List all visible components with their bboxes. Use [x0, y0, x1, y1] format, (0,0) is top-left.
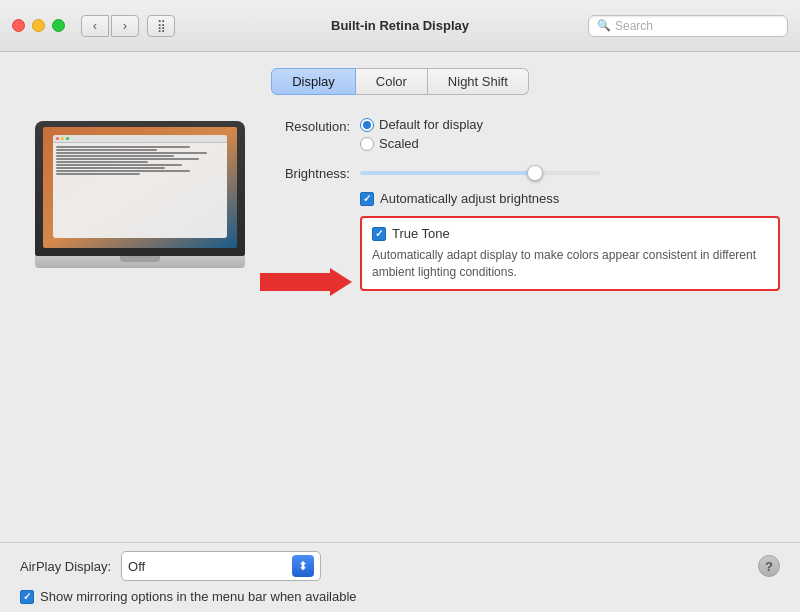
traffic-lights: [12, 19, 65, 32]
right-section: Resolution: Default for display Scaled B…: [260, 111, 780, 542]
screen-content: [53, 143, 227, 178]
screen-line: [56, 149, 157, 151]
screen-line: [56, 155, 174, 157]
laptop-base: [35, 256, 245, 268]
screen-line: [56, 170, 190, 172]
airplay-select[interactable]: Off ⬍: [121, 551, 321, 581]
screen-line: [56, 152, 207, 154]
screen-line: [56, 167, 165, 169]
brightness-slider-thumb[interactable]: [527, 165, 543, 181]
laptop-screen-bezel: [43, 127, 237, 248]
resolution-scaled-label: Scaled: [379, 136, 419, 151]
airplay-label: AirPlay Display:: [20, 559, 111, 574]
true-tone-description: Automatically adapt display to make colo…: [372, 247, 768, 281]
resolution-controls: Default for display Scaled: [360, 117, 483, 151]
brightness-row: Brightness:: [260, 165, 780, 181]
grid-button[interactable]: ⣿: [147, 15, 175, 37]
screen-dot-max: [66, 137, 69, 140]
chevron-up-down-icon: ⬍: [298, 559, 308, 573]
screen-dot-min: [61, 137, 64, 140]
screen-line: [56, 173, 140, 175]
auto-brightness-wrapper: Automatically adjust brightness: [360, 191, 780, 206]
brightness-slider-track: [360, 171, 600, 175]
laptop-image: [35, 121, 245, 276]
resolution-default-radio[interactable]: [360, 118, 374, 132]
forward-button[interactable]: ›: [111, 15, 139, 37]
airplay-select-arrow: ⬍: [292, 555, 314, 577]
screen-window-bar: [53, 135, 227, 143]
auto-brightness-checkbox[interactable]: [360, 192, 374, 206]
auto-brightness-row[interactable]: Automatically adjust brightness: [360, 191, 780, 206]
screen-window: [53, 135, 227, 238]
bottom-bar: AirPlay Display: Off ⬍ ? Show mirroring …: [0, 542, 800, 612]
screen-desktop: [43, 127, 237, 248]
main-content: Display Color Night Shift: [0, 52, 800, 542]
laptop-preview-section: [20, 111, 260, 542]
back-button[interactable]: ‹: [81, 15, 109, 37]
true-tone-checkbox[interactable]: [372, 227, 386, 241]
laptop-body: [35, 121, 245, 256]
resolution-scaled-option[interactable]: Scaled: [360, 136, 483, 151]
resolution-label: Resolution:: [260, 117, 350, 134]
resolution-default-option[interactable]: Default for display: [360, 117, 483, 132]
screen-line: [56, 158, 199, 160]
tab-nightshift[interactable]: Night Shift: [428, 68, 529, 95]
true-tone-wrapper: True Tone Automatically adapt display to…: [360, 216, 780, 291]
auto-brightness-label: Automatically adjust brightness: [380, 191, 559, 206]
airplay-row: AirPlay Display: Off ⬍ ?: [20, 551, 780, 581]
laptop-notch: [120, 256, 160, 262]
screen-dot-close: [56, 137, 59, 140]
tab-color[interactable]: Color: [356, 68, 428, 95]
mirroring-checkbox[interactable]: [20, 590, 34, 604]
search-box[interactable]: 🔍: [588, 15, 788, 37]
minimize-button[interactable]: [32, 19, 45, 32]
nav-buttons: ‹ ›: [81, 15, 139, 37]
titlebar: ‹ › ⣿ Built-in Retina Display 🔍: [0, 0, 800, 52]
tab-bar: Display Color Night Shift: [20, 68, 780, 95]
help-button[interactable]: ?: [758, 555, 780, 577]
search-icon: 🔍: [597, 19, 611, 32]
close-button[interactable]: [12, 19, 25, 32]
screen-line: [56, 161, 148, 163]
tab-display[interactable]: Display: [271, 68, 356, 95]
mirroring-label: Show mirroring options in the menu bar w…: [40, 589, 357, 604]
resolution-scaled-radio[interactable]: [360, 137, 374, 151]
resolution-default-label: Default for display: [379, 117, 483, 132]
resolution-row: Resolution: Default for display Scaled: [260, 117, 780, 151]
window-title: Built-in Retina Display: [331, 18, 469, 33]
maximize-button[interactable]: [52, 19, 65, 32]
true-tone-label: True Tone: [392, 226, 450, 241]
airplay-value: Off: [128, 559, 145, 574]
search-input[interactable]: [615, 19, 779, 33]
screen-line: [56, 146, 190, 148]
settings-panel: Resolution: Default for display Scaled B…: [20, 111, 780, 542]
brightness-label: Brightness:: [260, 166, 350, 181]
true-tone-header: True Tone: [372, 226, 768, 241]
true-tone-box: True Tone Automatically adapt display to…: [360, 216, 780, 291]
brightness-slider-container[interactable]: [360, 165, 600, 181]
mirroring-row: Show mirroring options in the menu bar w…: [20, 589, 780, 604]
screen-line: [56, 164, 182, 166]
